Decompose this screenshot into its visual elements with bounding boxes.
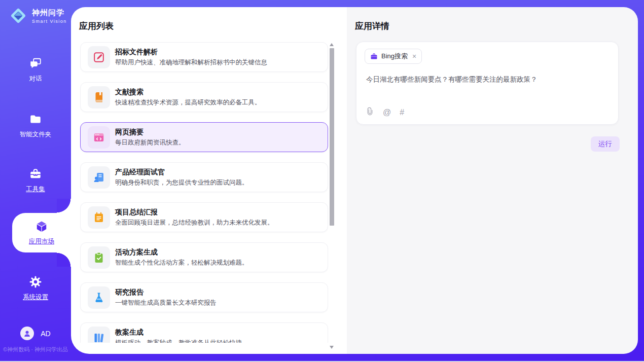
tool-tag-bing-search[interactable]: Bing搜索 × <box>365 49 422 64</box>
run-button[interactable]: 运行 <box>591 136 620 152</box>
scroll-up-arrow[interactable] <box>330 43 334 46</box>
app-desc: 快速精准查找学术资源，提高研究效率的必备工具。 <box>115 98 261 107</box>
app-desc: 每日政府新闻资讯快查。 <box>115 138 185 147</box>
sidebar-item-label: 应用市场 <box>29 237 54 246</box>
sidebar-item-toolbox[interactable]: 工具集 <box>0 167 71 194</box>
app-card-literature-search[interactable]: 文献搜索 快速精准查找学术资源，提高研究效率的必备工具。 <box>80 82 328 112</box>
brand-logo: 神州问学 Smart Vision <box>8 6 67 26</box>
sidebar: 神州问学 Smart Vision 对话 智能文件夹 工具集 <box>0 0 71 362</box>
paperclip-icon[interactable] <box>366 107 374 118</box>
browser-icon <box>88 126 110 149</box>
toolbox-icon <box>29 167 42 183</box>
app-list-title: 应用列表 <box>79 20 114 32</box>
clipboard-icon <box>88 246 110 269</box>
close-icon[interactable]: × <box>412 53 416 60</box>
app-title: 教案生成 <box>115 328 144 337</box>
app-title: 活动方案生成 <box>115 248 158 257</box>
gear-icon <box>29 275 42 291</box>
app-desc: 模板驱动，教案秒成，教学准备从此轻松快捷 <box>115 339 242 343</box>
app-card-project-summary[interactable]: 项目总结汇报 全面回顾项目进展，总结经验教训，助力未来优化发展。 <box>80 202 328 232</box>
app-card-research-report[interactable]: 研究报告 一键智能生成高质量长文本研究报告 <box>80 282 328 312</box>
avatar <box>20 327 34 340</box>
brand-name: 神州问学 <box>32 8 67 18</box>
active-tab-curve-bottom <box>57 252 71 267</box>
sidebar-item-chat[interactable]: 对话 <box>0 57 71 83</box>
chat-icon <box>29 57 42 72</box>
hash-icon[interactable]: # <box>400 108 404 117</box>
app-title: 项目总结汇报 <box>115 208 158 217</box>
books-icon <box>88 327 110 343</box>
sidebar-item-smart-folder[interactable]: 智能文件夹 <box>0 113 71 139</box>
app-card-bid-analysis[interactable]: 招标文件解析 帮助用户快速、准确地理解和解析招标书中的关键信息 <box>80 42 328 72</box>
app-list-panel: 应用列表 招标文件解析 帮助用户快速、准确地理解和解析招标书中的关键信息 <box>71 7 347 354</box>
sidebar-item-label: 智能文件夹 <box>20 130 52 139</box>
app-desc: 智能生成个性化活动方案，轻松解决规划难题。 <box>115 259 248 267</box>
interviewer-icon <box>88 166 110 189</box>
app-desc: 全面回顾项目进展，总结经验教训，助力未来优化发展。 <box>115 219 274 227</box>
note-icon <box>88 206 110 229</box>
app-card-event-plan[interactable]: 活动方案生成 智能生成个性化活动方案，轻松解决规划难题。 <box>80 242 328 272</box>
app-desc: 明确身份和职责，为您提供专业性的面试问题。 <box>115 178 248 187</box>
app-card-web-summary[interactable]: 网页摘要 每日政府新闻资讯快查。 <box>80 122 328 152</box>
content-area: 应用列表 招标文件解析 帮助用户快速、准确地理解和解析招标书中的关键信息 <box>71 7 638 354</box>
mention-icon[interactable]: @ <box>383 108 391 117</box>
app-card-lesson-plan[interactable]: 教案生成 模板驱动，教案秒成，教学准备从此轻松快捷 <box>80 322 328 343</box>
app-desc: 一键智能生成高质量长文本研究报告 <box>115 299 217 307</box>
scrollbar[interactable] <box>330 42 334 350</box>
briefcase-icon <box>370 53 378 60</box>
active-tab-curve-top <box>57 199 71 213</box>
app-title: 文献搜索 <box>115 88 144 97</box>
scroll-down-arrow[interactable] <box>330 346 334 349</box>
query-input[interactable]: 今日湖北有哪些新闻要点？有哪些需要关注的最新政策？ <box>366 75 608 85</box>
scroll-thumb[interactable] <box>330 48 334 226</box>
app-title: 产品经理面试官 <box>115 168 165 177</box>
folder-icon <box>29 113 42 128</box>
app-desc: 帮助用户快速、准确地理解和解析招标书中的关键信息 <box>115 58 267 67</box>
app-detail-title: 应用详情 <box>355 20 389 32</box>
cube-icon <box>35 220 48 235</box>
composer-card: Bing搜索 × 今日湖北有哪些新闻要点？有哪些需要关注的最新政策？ @ # <box>356 42 619 125</box>
sidebar-item-label: 工具集 <box>26 185 45 194</box>
app-title: 研究报告 <box>115 288 144 297</box>
sidebar-item-settings[interactable]: 系统设置 <box>0 275 71 302</box>
brand-diamond-icon <box>8 6 28 26</box>
brand-subtitle: Smart Vision <box>32 19 67 24</box>
sidebar-footer: ©神州数码 · 神州问学出品 <box>0 346 71 353</box>
research-flask-icon <box>88 286 110 309</box>
pen-square-icon <box>88 46 110 68</box>
app-list: 招标文件解析 帮助用户快速、准确地理解和解析招标书中的关键信息 文献搜索 快速精… <box>80 42 328 343</box>
user-initials: AD <box>41 330 50 338</box>
sidebar-item-label: 系统设置 <box>23 293 48 302</box>
book-icon <box>88 86 110 108</box>
app-card-pm-interviewer[interactable]: 产品经理面试官 明确身份和职责，为您提供专业性的面试问题。 <box>80 162 328 192</box>
user-profile[interactable]: AD <box>0 327 71 340</box>
app-title: 网页摘要 <box>115 128 144 137</box>
sidebar-item-label: 对话 <box>29 75 42 83</box>
app-detail-panel: 应用详情 Bing搜索 × 今日湖北有哪些新闻要点？有哪些需要关注的最新政策？ <box>347 7 638 354</box>
composer-toolbar: @ # <box>366 107 404 118</box>
app-title: 招标文件解析 <box>115 48 158 57</box>
tool-tag-label: Bing搜索 <box>381 52 408 61</box>
sidebar-item-app-market[interactable]: 应用市场 <box>12 213 71 252</box>
